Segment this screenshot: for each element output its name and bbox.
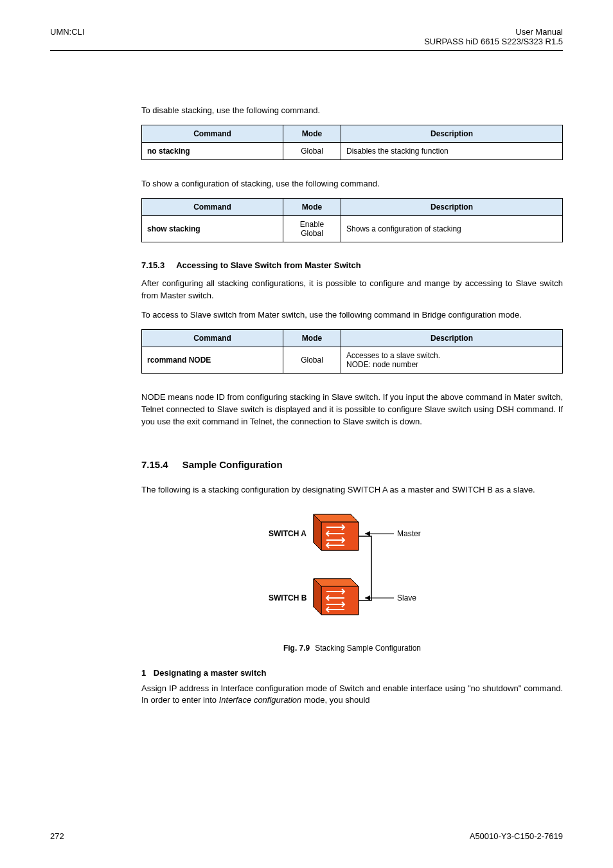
figure-text: Stacking Sample Configuration [315, 644, 421, 653]
page-number: 272 [50, 831, 64, 841]
switch-b-label: SWITCH B [269, 593, 307, 602]
figure-stacking: SWITCH A Master SWITCH B S [141, 508, 563, 638]
switch-b-icon [314, 579, 359, 615]
cell-mode: Global [283, 142, 341, 159]
header-right-line2: SURPASS hiD 6615 S223/S323 R1.5 [424, 37, 563, 46]
master-label: Master [397, 529, 421, 538]
header-rule [50, 50, 563, 51]
header-right-line1: User Manual [424, 27, 563, 37]
table-row: show stacking Enable Global Shows a conf… [142, 215, 563, 242]
step-1-text: Assign IP address in Interface configura… [141, 683, 563, 707]
th-command: Command [142, 125, 283, 142]
cell-mode: Global [283, 347, 341, 374]
mode-line1: Enable [289, 220, 335, 229]
arrowhead-master [365, 531, 370, 536]
table-show-stacking: Command Mode Description show stacking E… [141, 198, 563, 242]
link-line [359, 536, 371, 601]
step-number: 1 [141, 668, 146, 678]
page-header: UMN:CLI User Manual SURPASS hiD 6615 S22… [0, 0, 613, 46]
table-header-row: Command Mode Description [142, 198, 563, 215]
th-mode: Mode [283, 330, 341, 347]
th-mode: Mode [283, 125, 341, 142]
switch-a-label: SWITCH A [269, 529, 306, 538]
heading-title: Accessing to Slave Switch from Master Sw… [176, 260, 361, 270]
table-header-row: Command Mode Description [142, 125, 563, 142]
step1-italic: Interface configuration [219, 695, 302, 705]
cell-command: rcommand NODE [142, 347, 283, 374]
table-row: rcommand NODE Global Accesses to a slave… [142, 347, 563, 374]
doc-id: A50010-Y3-C150-2-7619 [470, 831, 563, 841]
header-left: UMN:CLI [50, 27, 84, 46]
th-command: Command [142, 330, 283, 347]
mode-line2: Global [289, 229, 335, 238]
para-show-stacking: To show a configuration of stacking, use… [141, 178, 563, 190]
slave-label: Slave [397, 593, 416, 602]
para-disable-stacking: To disable stacking, use the following c… [141, 105, 563, 117]
main-content: To disable stacking, use the following c… [0, 105, 613, 707]
header-right: User Manual SURPASS hiD 6615 S223/S323 R… [424, 27, 563, 46]
para-node-explanation: NODE means node ID from configuring stac… [141, 392, 563, 428]
page-footer: 272 A50010-Y3-C150-2-7619 [50, 831, 563, 841]
heading-number: 7.15.3 [141, 260, 164, 270]
heading-sample-config: 7.15.4Sample Configuration [141, 459, 563, 470]
table-disable-stacking: Command Mode Description no stacking Glo… [141, 125, 563, 160]
heading-title: Sample Configuration [182, 459, 283, 470]
th-command: Command [142, 198, 283, 215]
stacking-diagram: SWITCH A Master SWITCH B S [269, 508, 436, 637]
th-description: Description [341, 330, 563, 347]
desc-line1: Accesses to a slave switch. [346, 351, 557, 360]
desc-line2: NODE: node number [346, 360, 557, 369]
th-mode: Mode [283, 198, 341, 215]
cell-command: show stacking [142, 215, 283, 242]
cell-description: Shows a configuration of stacking [341, 215, 563, 242]
figure-caption: Fig. 7.9Stacking Sample Configuration [141, 644, 563, 653]
switch-a-icon [314, 514, 359, 550]
arrowhead-slave [365, 595, 370, 601]
para-access-1: After configuring all stacking configura… [141, 278, 563, 302]
cell-description: Disables the stacking function [341, 142, 563, 159]
table-rcommand: Command Mode Description rcommand NODE G… [141, 329, 563, 374]
figure-number: Fig. 7.9 [283, 644, 310, 653]
table-row: no stacking Global Disables the stacking… [142, 142, 563, 159]
heading-access-slave: 7.15.3Accessing to Slave Switch from Mas… [141, 260, 563, 270]
step-title: Designating a master switch [154, 668, 267, 678]
th-description: Description [341, 198, 563, 215]
para-sample-intro: The following is a stacking configuratio… [141, 484, 563, 496]
para-access-2: To access to Slave switch from Mater swi… [141, 309, 563, 321]
cell-command: no stacking [142, 142, 283, 159]
heading-number: 7.15.4 [141, 459, 168, 470]
step1-after: mode, you should [301, 695, 369, 705]
table-header-row: Command Mode Description [142, 330, 563, 347]
th-description: Description [341, 125, 563, 142]
cell-description: Accesses to a slave switch. NODE: node n… [341, 347, 563, 374]
step-1: 1 Designating a master switch [141, 668, 563, 678]
cell-mode: Enable Global [283, 215, 341, 242]
